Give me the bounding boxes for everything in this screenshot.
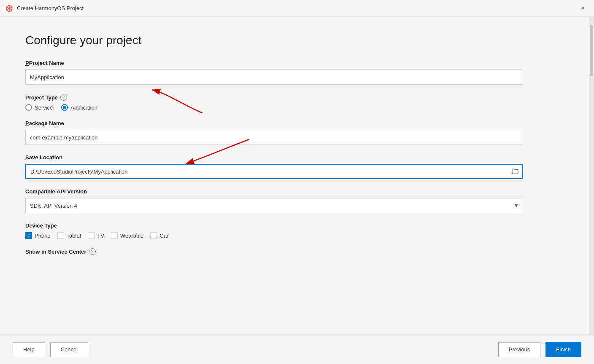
project-name-group: PProject Name	[25, 60, 564, 85]
checkbox-tablet-label: Tablet	[67, 233, 81, 239]
device-tablet[interactable]: Tablet	[57, 232, 81, 239]
footer: Help Cancel Previous Finish	[0, 335, 594, 364]
package-name-group: Package Name	[25, 120, 564, 145]
checkbox-car-label: Car	[159, 233, 168, 239]
checkbox-tv-label: TV	[97, 233, 104, 239]
scrollbar-thumb[interactable]	[590, 25, 593, 76]
project-type-group: Project Type ? Service Application	[25, 94, 564, 111]
help-button[interactable]: Help	[13, 342, 45, 357]
radio-service-circle[interactable]	[25, 104, 32, 111]
harmony-logo-icon	[5, 4, 14, 13]
main-window: Create HarmonyOS Project × Configure you…	[0, 0, 594, 364]
package-name-label: Package Name	[25, 120, 564, 126]
finish-button[interactable]: Finish	[545, 342, 581, 357]
previous-button[interactable]: Previous	[498, 342, 541, 357]
close-button[interactable]: ×	[577, 3, 589, 14]
radio-application-circle[interactable]	[61, 104, 68, 111]
title-bar: Create HarmonyOS Project ×	[0, 0, 594, 17]
checkbox-car[interactable]	[150, 232, 157, 239]
api-version-select-wrapper: SDK: API Version 4 SDK: API Version 3 SD…	[25, 198, 523, 213]
cancel-button[interactable]: Cancel	[50, 342, 88, 357]
api-version-label: Compatible API Version	[25, 188, 564, 195]
radio-service[interactable]: Service	[25, 104, 53, 111]
api-version-group: Compatible API Version SDK: API Version …	[25, 188, 564, 213]
radio-application-label: Application	[70, 104, 97, 111]
device-type-checkboxes: Phone Tablet TV Wearable	[25, 232, 564, 239]
package-name-input[interactable]	[25, 130, 523, 145]
main-form: Configure your project PProject Name Pro…	[0, 17, 589, 335]
service-center-group: Show in Service Center ?	[25, 248, 564, 255]
device-phone[interactable]: Phone	[25, 232, 51, 239]
service-center-help-icon[interactable]: ?	[89, 248, 96, 255]
checkbox-wearable[interactable]	[111, 232, 118, 239]
radio-application[interactable]: Application	[61, 104, 97, 111]
checkbox-tablet[interactable]	[57, 232, 64, 239]
radio-service-label: Service	[35, 104, 53, 111]
project-type-label: Project Type ?	[25, 94, 564, 101]
project-name-label: PProject Name	[25, 60, 564, 66]
footer-left-buttons: Help Cancel	[13, 342, 88, 357]
device-wearable[interactable]: Wearable	[111, 232, 143, 239]
project-type-help-icon[interactable]: ?	[60, 94, 67, 101]
device-type-group: Device Type Phone Tablet TV	[25, 222, 564, 239]
device-tv[interactable]: TV	[88, 232, 104, 239]
checkbox-phone[interactable]	[25, 232, 32, 239]
save-location-group: Save Location	[25, 154, 564, 179]
checkbox-tv[interactable]	[88, 232, 94, 239]
project-name-input[interactable]	[25, 70, 523, 85]
device-type-label: Device Type	[25, 222, 564, 229]
checkbox-phone-label: Phone	[35, 233, 51, 239]
folder-icon	[512, 168, 518, 175]
footer-right-buttons: Previous Finish	[498, 342, 581, 357]
page-title: Configure your project	[25, 34, 564, 47]
project-type-radio-group: Service Application	[25, 104, 564, 111]
device-car[interactable]: Car	[150, 232, 168, 239]
save-location-input[interactable]	[25, 164, 508, 179]
save-location-label: Save Location	[25, 154, 564, 161]
service-center-label: Show in Service Center ?	[25, 248, 564, 255]
content-area: Configure your project PProject Name Pro…	[0, 17, 594, 335]
checkbox-wearable-label: Wearable	[120, 233, 143, 239]
browse-folder-button[interactable]	[508, 164, 523, 179]
save-location-field-wrapper	[25, 164, 523, 179]
scrollbar[interactable]	[589, 17, 594, 335]
api-version-select[interactable]: SDK: API Version 4 SDK: API Version 3 SD…	[25, 198, 523, 213]
window-title: Create HarmonyOS Project	[17, 5, 577, 11]
